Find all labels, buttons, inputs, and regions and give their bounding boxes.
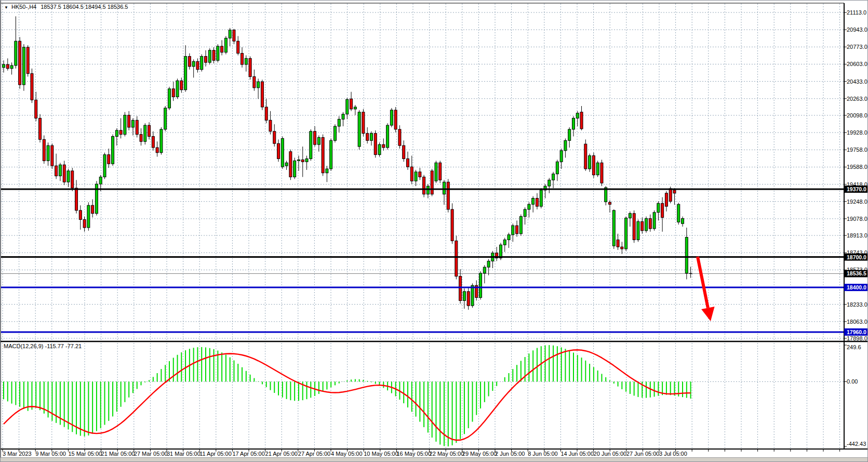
status-strip <box>1 457 867 461</box>
mt4-chart-window: 21113.020943.020773.020603.020433.020263… <box>0 0 868 462</box>
chart-plot-area[interactable] <box>1 3 844 341</box>
chart-canvas: 21113.020943.020773.020603.020433.020263… <box>1 1 868 458</box>
chart-title: ▼HK50-,H418537.5 18604.5 18494.5 18536.5 <box>4 4 128 10</box>
chart-symbol-period: HK50-,H4 <box>11 4 36 10</box>
macd-indicator-values: -115.77 -77.21 <box>45 343 82 349</box>
price-scale-drag-area[interactable] <box>844 1 868 449</box>
macd-indicator-label: MACD(12,26,9) -115.77 -77.21 <box>4 343 82 349</box>
macd-indicator-name: MACD(12,26,9) <box>4 343 43 349</box>
symbol-dropdown-icon[interactable]: ▼ <box>4 5 8 10</box>
chart-ohlc-readout: 18537.5 18604.5 18494.5 18536.5 <box>41 4 128 10</box>
macd-plot-area[interactable] <box>1 342 844 449</box>
